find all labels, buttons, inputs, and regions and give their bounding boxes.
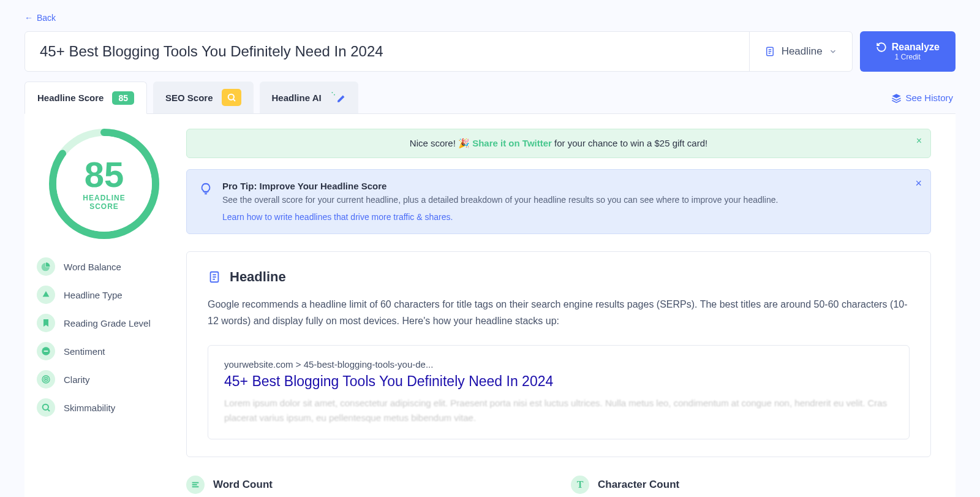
tab-label: SEO Score — [165, 93, 213, 103]
twitter-share-link[interactable]: Share it on Twitter — [472, 138, 552, 148]
metric-headline-type[interactable]: Headline Type — [37, 286, 172, 304]
svg-point-13 — [43, 404, 48, 410]
shapes-icon — [37, 286, 55, 304]
protip-title: Pro Tip: Improve Your Headline Score — [222, 181, 918, 191]
reanalyze-sublabel: 1 Credit — [895, 53, 921, 61]
serp-placeholder: Lorem ipsum dolor sit amet, consectetur … — [224, 396, 893, 425]
alert-protip: Pro Tip: Improve Your Headline Score See… — [186, 169, 931, 234]
target-icon — [37, 370, 55, 389]
magic-pencil-icon — [330, 91, 346, 104]
alert-pre: Nice score! 🎉 — [410, 138, 472, 148]
panel-desc: Google recommends a headline limit of 60… — [208, 296, 910, 329]
type-label: Headline — [782, 45, 823, 58]
protip-desc: See the overall score for your current h… — [222, 194, 918, 207]
score-badge: 85 — [112, 91, 134, 105]
metric-label: Clarity — [64, 374, 90, 385]
score-label-1: HEADLINE — [83, 194, 125, 202]
lightbulb-icon — [199, 182, 213, 222]
headline-input[interactable] — [25, 32, 749, 71]
document-icon — [764, 46, 775, 57]
search-icon — [37, 398, 55, 417]
tab-headline-ai[interactable]: Headline AI — [260, 82, 358, 113]
tab-seo-score[interactable]: SEO Score — [153, 82, 254, 113]
headline-row: Headline — [24, 31, 853, 72]
word-count-label: Word Count — [213, 479, 273, 491]
svg-marker-7 — [43, 291, 50, 297]
tab-label: Headline Score — [37, 93, 104, 103]
svg-line-14 — [48, 409, 50, 411]
metric-sentiment[interactable]: Sentiment — [37, 342, 172, 360]
back-label: Back — [37, 13, 56, 23]
score-label-2: SCORE — [89, 202, 119, 211]
bookmark-icon — [37, 314, 55, 332]
protip-link[interactable]: Learn how to write headlines that drive … — [222, 212, 453, 222]
serp-breadcrumb: yourwebsite.com > 45-best-blogging-tools… — [224, 359, 893, 370]
content-scroll[interactable]: 85 HEADLINE SCORE Word Balance Headline … — [24, 114, 956, 497]
char-count-item: T Character Count — [571, 476, 931, 494]
panel-title: Headline — [230, 269, 286, 285]
type-select[interactable]: Headline — [749, 32, 852, 71]
search-icon — [222, 89, 241, 106]
arrow-left-icon: ← — [24, 13, 33, 23]
svg-rect-9 — [44, 351, 48, 352]
headline-panel: Headline Google recommends a headline li… — [186, 251, 931, 457]
metric-label: Headline Type — [64, 290, 123, 300]
see-history-link[interactable]: See History — [891, 93, 956, 103]
metric-clarity[interactable]: Clarity — [37, 370, 172, 389]
lines-icon — [186, 476, 205, 494]
document-icon — [208, 270, 221, 284]
metric-skimmability[interactable]: Skimmability — [37, 398, 172, 417]
minus-circle-icon — [37, 342, 55, 360]
tab-label: Headline AI — [272, 93, 322, 103]
metric-label: Reading Grade Level — [64, 318, 151, 328]
reanalyze-label: Reanalyze — [892, 42, 940, 53]
word-count-item: Word Count — [186, 476, 546, 494]
serp-preview: yourwebsite.com > 45-best-blogging-tools… — [208, 345, 910, 439]
close-icon[interactable]: × — [915, 177, 922, 190]
close-icon[interactable]: × — [916, 135, 922, 146]
svg-point-4 — [228, 94, 233, 100]
score-value: 85 — [85, 157, 124, 192]
metric-reading-grade[interactable]: Reading Grade Level — [37, 314, 172, 332]
svg-point-12 — [45, 379, 47, 380]
reanalyze-button[interactable]: Reanalyze 1 Credit — [860, 31, 956, 72]
metric-label: Sentiment — [64, 346, 105, 357]
back-link[interactable]: ← Back — [24, 13, 56, 23]
metric-label: Word Balance — [64, 262, 121, 272]
char-count-label: Character Count — [598, 479, 679, 491]
svg-line-5 — [233, 99, 235, 101]
metric-word-balance[interactable]: Word Balance — [37, 257, 172, 276]
metric-label: Skimmability — [64, 403, 115, 413]
text-icon: T — [571, 476, 589, 494]
pie-icon — [37, 257, 55, 276]
refresh-icon — [876, 42, 887, 53]
layers-icon — [891, 93, 902, 103]
alert-success: Nice score! 🎉 Share it on Twitter for yo… — [186, 129, 931, 158]
tab-headline-score[interactable]: Headline Score 85 — [24, 82, 147, 114]
score-gauge: 85 HEADLINE SCORE — [49, 129, 159, 239]
chevron-down-icon — [829, 47, 837, 56]
alert-post: for your chance to win a $25 gift card! — [554, 138, 707, 148]
serp-title: 45+ Best Blogging Tools You Definitely N… — [224, 373, 893, 390]
see-history-label: See History — [905, 93, 953, 103]
